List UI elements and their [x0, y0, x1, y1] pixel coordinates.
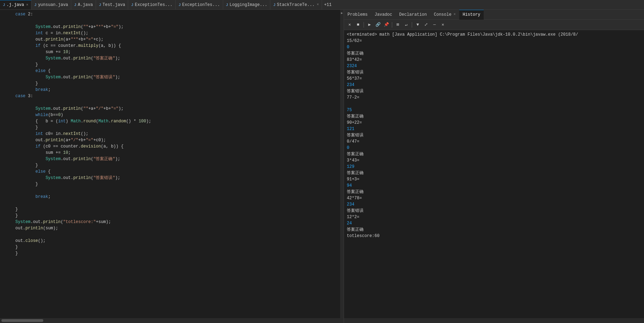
code-line: System.out.println("totlescore:"+sum);	[0, 219, 340, 225]
console-output-line: 答案错误	[347, 88, 641, 94]
console-output-line: 答案正确	[347, 113, 641, 120]
main-area: case 2: System.out.println(""+a+"*"+b+"=…	[0, 10, 644, 323]
toolbar-rerun-btn[interactable]: ▶	[366, 21, 373, 28]
toolbar-close-btn[interactable]: ✕	[439, 21, 446, 28]
code-line: }	[0, 213, 340, 219]
code-line: }	[0, 181, 340, 187]
tab-ExceptionTest2[interactable]: J ExceptionTes...	[176, 0, 223, 10]
gutter-arrow[interactable]: ▶	[341, 11, 343, 15]
toolbar-more-btn[interactable]: ▼	[414, 21, 421, 28]
tab-history[interactable]: History	[459, 10, 484, 20]
tab-close-StackTraceTe[interactable]: ×	[317, 3, 319, 7]
problems-tab-label: Problems	[347, 12, 368, 17]
code-line: case 3:	[0, 93, 340, 99]
console-output-line: 77-2=	[347, 94, 641, 101]
tab-A-java[interactable]: J A.java	[71, 0, 96, 10]
code-line: if (c0 == counter.devision(a, b)) {	[0, 143, 340, 150]
code-line	[0, 200, 340, 206]
console-output[interactable]: <terminated> math [Java Application] C:\…	[344, 30, 644, 318]
toolbar-pin-btn[interactable]: 📌	[383, 21, 390, 28]
code-line: else {	[0, 168, 340, 175]
tab-Test-java[interactable]: J Test.java	[96, 0, 128, 10]
console-output-line: 答案错误	[347, 208, 641, 214]
java-file-icon-4: J	[99, 3, 101, 7]
console-tab-close[interactable]: ×	[454, 13, 456, 16]
java-file-icon-3: J	[74, 3, 76, 7]
console-output-line: 94	[347, 182, 641, 189]
tab-declaration[interactable]: Declaration	[396, 10, 430, 20]
code-line	[0, 231, 340, 238]
code-line: System.out.println("答案错误");	[0, 175, 340, 181]
console-output-line: 234	[347, 82, 641, 88]
console-output-line: 234	[347, 201, 641, 208]
toolbar-maximize-btn[interactable]: ⤢	[423, 21, 430, 28]
code-line: }	[0, 244, 340, 250]
h-scrollbar-thumb[interactable]	[1, 319, 43, 322]
console-output-line: 3*43=	[347, 157, 641, 164]
console-output-line: totlescore:60	[347, 233, 641, 239]
console-output-line: 90+22=	[347, 120, 641, 126]
tab-yunsuan-java[interactable]: J yunsuan.java	[31, 0, 71, 10]
console-output-line: 12*2=	[347, 214, 641, 220]
console-output-line: 56*37=	[347, 76, 641, 82]
code-line: }	[0, 62, 340, 68]
code-line: System.out.println("答案错误");	[0, 74, 340, 80]
code-line: else {	[0, 68, 340, 74]
console-output-line: 0	[347, 145, 641, 151]
toolbar-minimize-btn[interactable]: —	[431, 21, 438, 28]
console-output-line: 答案正确	[347, 50, 641, 57]
console-output-line: 2324	[347, 63, 641, 69]
console-output-line: 答案错误	[347, 132, 641, 138]
tab-j-java[interactable]: J .j.java ×	[0, 0, 31, 10]
history-tab-label: History	[463, 12, 480, 17]
editor-h-scrollbar[interactable]	[0, 318, 340, 323]
console-output-line: 121	[347, 126, 641, 132]
java-file-icon-8: J	[273, 3, 276, 7]
toolbar-separator-2	[392, 22, 392, 28]
toolbar-separator-3	[412, 22, 412, 28]
console-output-line: 答案正确	[347, 151, 641, 157]
tab-console[interactable]: Console ×	[430, 10, 459, 20]
right-h-scrollbar[interactable]	[344, 318, 644, 323]
tab-overflow[interactable]: +11	[322, 2, 334, 7]
java-file-icon-7: J	[226, 3, 228, 7]
toolbar-word-wrap-btn[interactable]: ↵	[403, 21, 410, 28]
editor-tab-bar: J .j.java × J yunsuan.java J A.java J Te…	[0, 0, 644, 10]
code-line: System.out.println(""+a+"*"+b+"=");	[0, 24, 340, 30]
code-line	[0, 99, 340, 106]
tab-LoggingImage[interactable]: J LoggingImage...	[223, 0, 271, 10]
code-line: System.out.println("答案正确");	[0, 156, 340, 162]
editor-gutter: ▶	[340, 10, 344, 323]
code-line: }	[0, 80, 340, 87]
code-line: }	[0, 250, 340, 257]
right-toolbar: ✕ ■ ▶ 🔗 📌 ⊠ ↵ ▼ ⤢ — ✕	[344, 20, 644, 30]
tab-ExceptionTest1[interactable]: J ExceptionTes...	[128, 0, 176, 10]
console-output-line: 答案正确	[347, 189, 641, 195]
console-output-line: 83*42=	[347, 57, 641, 63]
code-line: while(b==0)	[0, 112, 340, 118]
console-output-line: 15/62=	[347, 38, 641, 44]
console-terminated-line: <terminated> math [Java Application] C:\…	[347, 31, 641, 38]
code-line: }	[0, 206, 340, 213]
toolbar-stop-btn[interactable]: ■	[354, 21, 361, 28]
code-line: }	[0, 162, 340, 168]
console-output-line: 答案正确	[347, 170, 641, 176]
tab-javadoc[interactable]: Javadoc	[371, 10, 396, 20]
toolbar-link-btn[interactable]: 🔗	[374, 21, 381, 28]
toolbar-scroll-lock-btn[interactable]: ⊠	[394, 21, 401, 28]
console-tab-label: Console	[434, 12, 451, 17]
tab-problems[interactable]: Problems	[344, 10, 371, 20]
java-file-icon-5: J	[131, 3, 133, 7]
right-tab-bar: Problems Javadoc Declaration Console × H…	[344, 10, 644, 20]
toolbar-clear-btn[interactable]: ✕	[346, 21, 353, 28]
console-output-line: 答案正确	[347, 227, 641, 233]
code-line: out.println(a+"*"+b+"="+c);	[0, 36, 340, 43]
code-editor[interactable]: case 2: System.out.println(""+a+"*"+b+"=…	[0, 10, 340, 318]
tab-StackTraceTe[interactable]: J StackTraceTe... ×	[270, 0, 322, 10]
code-line: sum += 10;	[0, 150, 340, 156]
right-panel: Problems Javadoc Declaration Console × H…	[344, 10, 644, 323]
console-output-line: 91+3=	[347, 176, 641, 182]
code-line: out.println(sum);	[0, 225, 340, 231]
tab-close-j-java[interactable]: ×	[26, 3, 28, 7]
console-output-line: 24	[347, 220, 641, 227]
